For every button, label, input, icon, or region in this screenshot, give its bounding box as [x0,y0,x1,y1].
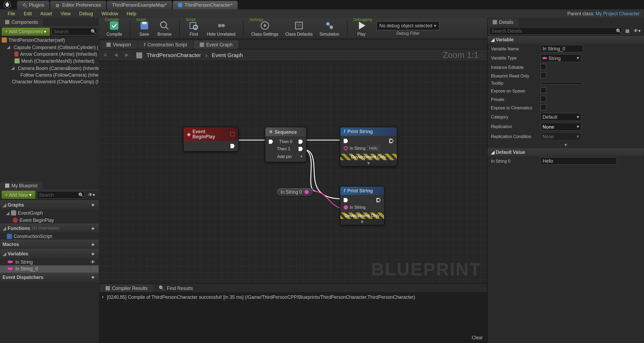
add-component-button[interactable]: + Add Component ▾ [2,27,50,35]
breadcrumb-root[interactable]: ThirdPersonCharacter [147,52,201,58]
section-macros[interactable]: Macros+ [0,240,99,249]
tab-construction[interactable]: fConstruction Script [138,40,193,49]
string-out-pin[interactable] [304,190,309,194]
text-input[interactable]: In String_0 [540,45,583,53]
exec-out-pin[interactable] [230,144,235,148]
simulation-button[interactable]: Simulation [317,19,342,38]
checkbox[interactable] [540,87,546,93]
forward-icon[interactable]: ▶ [125,52,132,58]
menu-help[interactable]: Help [122,10,141,18]
tab-compiler-results[interactable]: Compiler Results [100,284,153,292]
menu-edit[interactable]: Edit [20,10,36,18]
add-variable-button[interactable]: + [90,251,96,257]
menu-asset[interactable]: Asset [36,10,57,18]
add-dispatcher-button[interactable]: + [90,274,96,281]
checkbox[interactable] [540,96,546,102]
node-print-string[interactable]: fPrint String In String Development Only… [340,186,385,225]
browse-button[interactable]: Browse [155,19,174,38]
dropdown[interactable]: String▾ [540,54,581,62]
back-icon[interactable]: ◀ [114,52,121,58]
text-input[interactable] [540,82,583,85]
visibility-icon[interactable]: ⊘ [92,266,95,271]
checkbox[interactable] [540,72,546,78]
section-functions[interactable]: ◢Functions (31 Overridable)+ [0,223,99,233]
expand-icon[interactable]: ◢ [7,44,10,50]
exec-in-pin[interactable] [269,139,273,144]
components-tab[interactable]: Components [0,18,43,26]
section-dispatchers[interactable]: Event Dispatchers+ [0,272,99,282]
compile-button[interactable]: Compile [104,19,125,38]
favorite-icon[interactable]: ☆ [103,52,110,58]
string-input[interactable]: Hello [367,146,379,151]
hide-unrelated-button[interactable]: Hide Unrelated [204,19,238,38]
view-options-icon[interactable]: 👁▾ [632,28,642,34]
tree-row[interactable]: ◢EventGraph [0,209,99,217]
tree-row[interactable]: ConstructionScript [0,233,99,239]
clear-button[interactable]: Clear [472,335,483,340]
expand-icon[interactable]: ▼ [340,160,397,166]
exec-out-pin[interactable] [299,139,303,144]
debug-object-selector[interactable]: No debug object selected ▾ [376,21,439,30]
variable-row[interactable]: In String👁 [0,258,99,265]
add-pin-button[interactable]: + [300,154,303,159]
checkbox[interactable] [540,64,546,70]
breadcrumb-leaf[interactable]: Event Graph [212,52,243,58]
section-default-value[interactable]: ◢ Default Value [487,148,644,156]
parent-class-link[interactable]: My Project Character [596,11,640,16]
save-button[interactable]: Save [135,19,153,38]
menu-debug[interactable]: Debug [75,10,97,18]
find-button[interactable]: Find [185,19,203,38]
class-defaults-button[interactable]: Class Defaults [283,19,315,38]
add-function-button[interactable]: + [90,225,96,232]
menu-view[interactable]: View [56,10,75,18]
tab-character-bp[interactable]: ThirdPersonCharacter* [173,1,237,9]
tree-row[interactable]: Mesh (CharacterMesh0) (Inherited) [0,58,99,64]
exec-out-pin[interactable] [389,139,393,143]
menu-window[interactable]: Window [97,10,122,18]
exec-out-pin[interactable] [299,147,303,151]
compiler-log[interactable]: • [0240.85] Compile of ThirdPersonCharac… [99,292,487,343]
myblueprint-tab[interactable]: My Blueprint [0,182,43,189]
details-search[interactable]: Search Details🔍 [489,27,622,35]
expand-icon[interactable]: ▼ [340,219,384,225]
section-graphs[interactable]: ◢Graphs+ [0,200,99,209]
node-sequence[interactable]: ⤨Sequence Then 0 Then 1 Add pin+ [265,127,307,162]
play-button[interactable]: Play [352,19,370,38]
view-options-icon[interactable]: 👁▾ [87,192,97,198]
property-matrix-icon[interactable]: ▦ [624,28,631,34]
event-graph-canvas[interactable]: ◈Event BeginPlay ⤨Sequence Then 0 Then 1… [99,61,487,283]
variable-row[interactable]: In String_0⊘ [0,265,99,272]
tab-event-graph[interactable]: Event Graph [194,40,238,49]
node-variable-get[interactable]: In String 0 [276,187,314,197]
checkbox[interactable] [540,104,546,110]
string-in-pin[interactable] [344,146,348,150]
node-print-string[interactable]: fPrint String In StringHello Development… [340,127,397,167]
tree-row[interactable]: ◢Camera Boom (CameraBoom) (Inherited) [0,64,99,72]
exec-out-pin[interactable] [377,198,381,202]
dropdown[interactable]: Default▾ [540,113,581,121]
tab-find-results[interactable]: 🔍Find Results [154,284,198,292]
exec-in-pin[interactable] [344,198,348,202]
class-settings-button[interactable]: Class Settings [249,19,281,38]
section-variables[interactable]: ◢Variables+ [0,249,99,258]
visibility-icon[interactable]: 👁 [91,259,95,264]
details-tab[interactable]: Details [487,18,518,26]
components-search[interactable]: Search🔍 [52,28,97,35]
node-event-beginplay[interactable]: ◈Event BeginPlay [183,127,239,152]
string-in-pin[interactable] [344,205,348,209]
add-new-button[interactable]: + Add New ▾ [2,191,35,199]
add-macro-button[interactable]: + [90,241,96,248]
tree-row[interactable]: ◢Capsule Component (CollisionCylinder) (… [0,43,99,51]
tab-preferences[interactable]: ⚙Editor Preferences [50,1,106,9]
myblueprint-search[interactable]: Search🔍 [37,191,85,199]
tree-row[interactable]: Arrow Component (Arrow) (Inherited) [0,51,99,57]
section-variable[interactable]: ◢ Variable [487,36,644,44]
expand-icon[interactable]: ▼ [487,141,644,148]
tree-row[interactable]: Character Movement (CharMoveComp) (Inher… [0,78,99,85]
menu-file[interactable]: File [3,10,20,18]
tab-example-map[interactable]: ThirdPersonExampleMap* [107,1,172,9]
dropdown[interactable]: None▾ [540,123,581,131]
tree-row[interactable]: ThirdPersonCharacter(self) [0,37,99,43]
text-input[interactable]: Hello [540,157,617,165]
tab-viewport[interactable]: Viewport [100,40,137,49]
